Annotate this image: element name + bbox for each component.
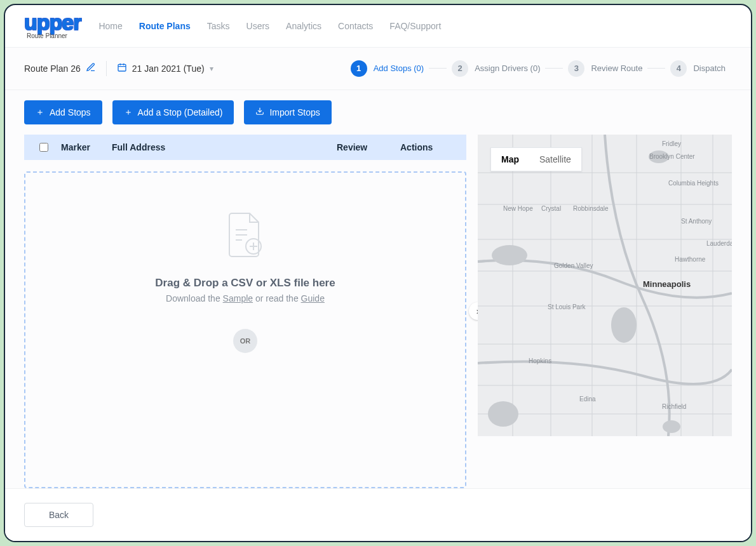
step-review-route[interactable]: 3 Review Route [568,60,642,77]
step-label: Add Stops (0) [374,63,424,73]
plan-name: Route Plan 26 [24,62,96,74]
map-canvas: Fridley Brooklyn Center Columbia Heights… [478,135,732,436]
svg-text:Richfield: Richfield [662,403,686,410]
plan-subheader: Route Plan 26 21 Jan 2021 (Tue) ▾ 1 Add … [5,48,751,90]
import-stops-button[interactable]: Import Stops [244,100,331,124]
map-panel: › [478,135,732,488]
col-address: Full Address [112,142,324,152]
svg-text:New Hope: New Hope [503,205,533,212]
nav-route-plans[interactable]: Route Plans [139,21,191,31]
col-review: Review [337,142,388,152]
chevron-down-icon: ▾ [210,64,213,73]
import-icon [255,107,264,117]
svg-text:St Anthony: St Anthony [681,218,712,225]
step-connector [545,68,563,69]
col-actions: Actions [400,142,451,152]
svg-rect-0 [118,64,126,71]
or-divider: OR [233,329,257,353]
step-num: 4 [670,60,687,77]
back-button[interactable]: Back [24,503,93,527]
dz-middle: or read the [253,293,301,303]
svg-text:Golden Valley: Golden Valley [554,262,593,269]
dz-prefix: Download the [166,293,223,303]
action-bar: ＋ Add Stops ＋ Add a Stop (Detailed) Impo… [5,90,751,135]
nav-faq[interactable]: FAQ/Support [389,21,441,31]
svg-text:Fridley: Fridley [662,140,681,147]
svg-text:Brooklyn Center: Brooklyn Center [649,153,695,160]
step-add-stops[interactable]: 1 Add Stops (0) [351,60,424,77]
guide-link[interactable]: Guide [301,293,325,303]
nav-users[interactable]: Users [246,21,270,31]
main-content: Marker Full Address Review Actions Drag … [5,135,751,488]
nav-home[interactable]: Home [98,21,122,31]
step-label: Dispatch [693,63,726,73]
primary-nav: Home Route Plans Tasks Users Analytics C… [98,21,441,31]
map[interactable]: Fridley Brooklyn Center Columbia Heights… [478,135,732,436]
brand-name: upper [24,13,81,32]
plus-icon: ＋ [36,107,44,118]
brand-logo[interactable]: upper Route Planner [24,13,81,39]
sample-link[interactable]: Sample [223,293,253,303]
svg-text:Crystal: Crystal [541,205,561,212]
step-assign-drivers[interactable]: 2 Assign Drivers (0) [452,60,540,77]
stepper: 1 Add Stops (0) 2 Assign Drivers (0) 3 R… [351,60,726,77]
file-upload-icon [223,211,267,264]
nav-tasks[interactable]: Tasks [207,21,230,31]
svg-point-23 [611,307,637,343]
svg-point-22 [492,245,527,265]
svg-text:Minneapolis: Minneapolis [643,279,691,289]
plan-date: 21 Jan 2021 (Tue) [132,63,205,74]
dropzone-subtitle: Download the Sample or read the Guide [166,293,325,303]
svg-text:St Louis Park: St Louis Park [548,303,586,310]
date-picker[interactable]: 21 Jan 2021 (Tue) ▾ [117,62,213,74]
step-num: 1 [351,60,367,77]
map-type-satellite[interactable]: Satellite [529,148,581,171]
button-label: Import Stops [269,107,320,117]
step-num: 2 [452,60,468,77]
step-label: Assign Drivers (0) [475,63,540,73]
map-type-toggle: Map Satellite [490,147,582,171]
calendar-icon [117,62,127,74]
plan-name-text: Route Plan 26 [24,63,81,74]
dropzone-title: Drag & Drop a CSV or XLS file here [155,277,335,290]
add-stop-detailed-button[interactable]: ＋ Add a Stop (Detailed) [112,100,234,124]
step-connector [647,68,665,69]
svg-text:Lauderdale: Lauderdale [706,240,732,247]
add-stops-button[interactable]: ＋ Add Stops [24,100,102,124]
nav-contacts[interactable]: Contacts [338,21,373,31]
topbar: upper Route Planner Home Route Plans Tas… [5,5,751,48]
step-label: Review Route [591,63,642,73]
svg-point-26 [663,420,680,433]
svg-text:Hawthorne: Hawthorne [675,256,706,263]
stops-panel: Marker Full Address Review Actions Drag … [24,135,466,488]
col-marker: Marker [61,142,99,152]
svg-text:Edina: Edina [579,396,596,403]
select-all-checkbox[interactable] [39,143,48,152]
file-dropzone[interactable]: Drag & Drop a CSV or XLS file here Downl… [24,171,466,488]
edit-plan-icon[interactable] [86,62,96,74]
svg-text:Columbia Heights: Columbia Heights [668,180,719,187]
svg-text:Hopkins: Hopkins [529,357,551,364]
nav-analytics[interactable]: Analytics [286,21,321,31]
plus-icon: ＋ [124,107,133,118]
svg-point-24 [488,401,518,427]
step-num: 3 [568,60,584,77]
button-label: Add Stops [50,107,91,117]
brand-tagline: Route Planner [27,32,67,39]
step-connector [429,68,447,69]
divider [106,61,107,76]
step-dispatch[interactable]: 4 Dispatch [670,60,726,77]
footer: Back [5,488,751,541]
svg-text:Robbinsdale: Robbinsdale [573,205,609,212]
stops-table-header: Marker Full Address Review Actions [24,135,466,160]
app-window: upper Route Planner Home Route Plans Tas… [4,4,752,542]
map-type-map[interactable]: Map [491,148,529,171]
button-label: Add a Stop (Detailed) [138,107,223,117]
